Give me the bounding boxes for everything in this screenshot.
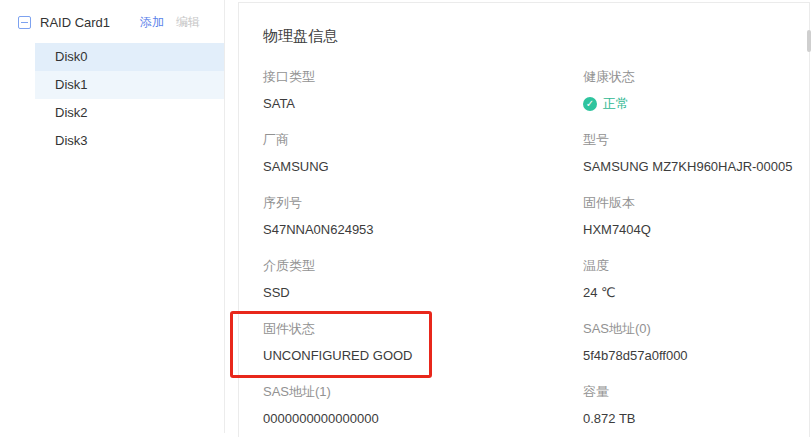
field-health-status: 健康状态 ✓ 正常 bbox=[583, 68, 809, 113]
field-interface-type: 接口类型 SATA bbox=[263, 68, 583, 113]
sidebar-item-disk1[interactable]: Disk1 bbox=[35, 71, 224, 99]
field-label: 序列号 bbox=[263, 194, 583, 212]
field-label: SAS地址(0) bbox=[583, 320, 809, 338]
field-sas-address-1: SAS地址(1) 0000000000000000 bbox=[263, 383, 583, 428]
field-serial-number: 序列号 S47NNA0N624953 bbox=[263, 194, 583, 239]
field-capacity: 容量 0.872 TB bbox=[583, 383, 809, 428]
field-grid: 接口类型 SATA 健康状态 ✓ 正常 厂商 SAMSUNG 型号 SAMSUN… bbox=[263, 68, 809, 437]
field-value: SATA bbox=[263, 95, 583, 113]
field-value: HXM7404Q bbox=[583, 221, 809, 239]
edit-link[interactable]: 编辑 bbox=[176, 14, 200, 31]
field-label: 型号 bbox=[583, 131, 809, 149]
scrollbar-thumb[interactable] bbox=[807, 30, 811, 52]
field-label: 介质类型 bbox=[263, 257, 583, 275]
field-firmware-status: 固件状态 UNCONFIGURED GOOD bbox=[263, 320, 583, 365]
field-value: SAMSUNG MZ7KH960HAJR-00005 bbox=[583, 158, 809, 176]
field-media-type: 介质类型 SSD bbox=[263, 257, 583, 302]
field-label: 健康状态 bbox=[583, 68, 809, 86]
field-vendor: 厂商 SAMSUNG bbox=[263, 131, 583, 176]
field-label: SAS地址(1) bbox=[263, 383, 583, 401]
field-value: SAMSUNG bbox=[263, 158, 583, 176]
field-label: 容量 bbox=[583, 383, 809, 401]
sidebar-item-disk0[interactable]: Disk0 bbox=[35, 43, 224, 71]
field-value: S47NNA0N624953 bbox=[263, 221, 583, 239]
collapse-minus-icon[interactable] bbox=[18, 16, 31, 29]
field-sas-address-0: SAS地址(0) 5f4b78d57a0ff000 bbox=[583, 320, 809, 365]
field-label: 接口类型 bbox=[263, 68, 583, 86]
field-value: ✓ 正常 bbox=[583, 95, 809, 113]
field-value: 0.872 TB bbox=[583, 410, 809, 428]
field-value: UNCONFIGURED GOOD bbox=[263, 347, 583, 365]
field-label: 厂商 bbox=[263, 131, 583, 149]
field-label: 温度 bbox=[583, 257, 809, 275]
field-label: 固件版本 bbox=[583, 194, 809, 212]
disk-list: Disk0 Disk1 Disk2 Disk3 bbox=[0, 43, 224, 155]
scrollbar bbox=[806, 0, 812, 437]
disk-tree-sidebar: RAID Card1 添加 编辑 Disk0 Disk1 Disk2 Disk3 bbox=[0, 0, 225, 433]
sidebar-item-disk3[interactable]: Disk3 bbox=[35, 127, 224, 155]
health-status-text: 正常 bbox=[603, 95, 629, 113]
add-link[interactable]: 添加 bbox=[140, 14, 164, 31]
page-title: 物理盘信息 bbox=[263, 27, 809, 46]
raid-card-node[interactable]: RAID Card1 添加 编辑 bbox=[0, 0, 224, 41]
raid-card-label: RAID Card1 bbox=[40, 15, 140, 30]
health-ok-check-icon: ✓ bbox=[583, 97, 597, 111]
field-model: 型号 SAMSUNG MZ7KH960HAJR-00005 bbox=[583, 131, 809, 176]
field-value: 0000000000000000 bbox=[263, 410, 583, 428]
field-firmware-version: 固件版本 HXM7404Q bbox=[583, 194, 809, 239]
field-value: 5f4b78d57a0ff000 bbox=[583, 347, 809, 365]
field-value: 24 ℃ bbox=[583, 284, 809, 302]
sidebar-item-disk2[interactable]: Disk2 bbox=[35, 99, 224, 127]
field-value: SSD bbox=[263, 284, 583, 302]
physical-disk-info-panel: 物理盘信息 接口类型 SATA 健康状态 ✓ 正常 厂商 SAMSUNG 型号 … bbox=[238, 2, 810, 437]
field-label: 固件状态 bbox=[263, 320, 583, 338]
field-temperature: 温度 24 ℃ bbox=[583, 257, 809, 302]
